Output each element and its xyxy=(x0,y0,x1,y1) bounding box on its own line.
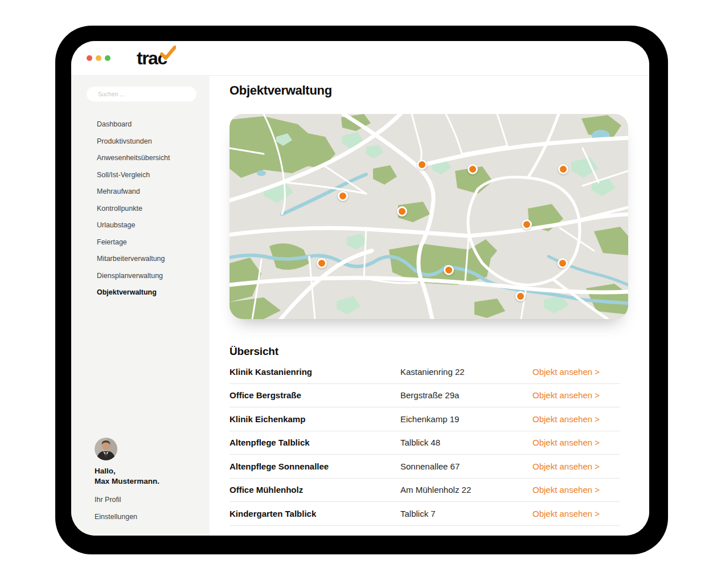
minimize-window-icon[interactable] xyxy=(96,55,101,61)
object-address: Am Mühlenholz 22 xyxy=(400,485,532,495)
object-address: Kastanienring 22 xyxy=(400,367,532,377)
sidebar: DashboardProduktivstundenAnwesenheitsübe… xyxy=(71,76,210,536)
view-object-link[interactable]: Objekt ansehen > xyxy=(532,485,620,495)
main-content: Objektverwaltung xyxy=(210,76,649,536)
sidebar-nav-item[interactable]: Feiertage xyxy=(71,238,210,247)
map-marker[interactable] xyxy=(558,258,568,268)
table-row: Office Mühlenholz Am Mühlenholz 22 Objek… xyxy=(230,479,620,503)
table-row: Klinik Eichenkamp Eichenkamp 19 Objekt a… xyxy=(230,407,620,431)
object-address: Bergstraße 29a xyxy=(400,390,532,400)
object-name: Altenpflege Talblick xyxy=(230,438,400,447)
sidebar-nav: DashboardProduktivstundenAnwesenheitsübe… xyxy=(71,120,210,297)
map-marker[interactable] xyxy=(338,191,348,201)
map-marker[interactable] xyxy=(417,160,427,170)
view-object-link[interactable]: Objekt ansehen > xyxy=(532,414,620,424)
object-name: Altenpflege Sonnenallee xyxy=(230,462,400,471)
object-map xyxy=(230,114,628,319)
table-row: Kindergarten Talblick Talblick 7 Objekt … xyxy=(230,502,620,526)
map-marker[interactable] xyxy=(317,258,327,268)
object-address: Sonnenallee 67 xyxy=(400,462,532,471)
object-address: Talblick 7 xyxy=(400,509,532,518)
view-object-link[interactable]: Objekt ansehen > xyxy=(532,390,620,400)
app-window: trac DashboardProduktivstundenAnwesenhei… xyxy=(71,41,649,536)
object-name: Klinik Eichenkamp xyxy=(230,414,400,424)
map-marker[interactable] xyxy=(522,219,532,230)
object-table: Klinik Kastanienring Kastanienring 22 Ob… xyxy=(230,360,620,526)
traffic-lights xyxy=(87,55,110,61)
map-marker[interactable] xyxy=(515,291,526,301)
profile-link[interactable]: Ihr Profil xyxy=(95,496,159,504)
user-avatar xyxy=(95,438,117,460)
object-address: Talblick 48 xyxy=(400,438,532,447)
table-row: Altenpflege Talblick Talblick 48 Objekt … xyxy=(230,431,620,455)
map-marker[interactable] xyxy=(444,265,454,275)
profile-link[interactable]: Einstellungen xyxy=(95,513,159,521)
sidebar-nav-item[interactable]: Produktivstunden xyxy=(71,137,210,146)
greeting: Hallo, Max Mustermann. xyxy=(95,466,159,487)
object-name: Office Bergstraße xyxy=(230,390,400,400)
object-name: Klinik Kastanienring xyxy=(230,367,400,377)
greeting-line1: Hallo, xyxy=(95,466,159,476)
page-background: trac DashboardProduktivstundenAnwesenhei… xyxy=(0,0,713,588)
object-address: Eichenkamp 19 xyxy=(400,414,532,424)
sidebar-nav-item[interactable]: Mehraufwand xyxy=(71,187,210,196)
map-marker[interactable] xyxy=(397,206,407,217)
window-titlebar: trac xyxy=(71,41,649,76)
table-row: Office Bergstraße Bergstraße 29a Objekt … xyxy=(230,384,620,408)
table-row: Altenpflege Sonnenallee Sonnenallee 67 O… xyxy=(230,455,620,479)
profile-section: Hallo, Max Mustermann. Ihr ProfilEinstel… xyxy=(95,438,159,521)
window-body: DashboardProduktivstundenAnwesenheitsübe… xyxy=(71,76,649,536)
sidebar-nav-item[interactable]: Anwesenheitsübersicht xyxy=(71,154,210,162)
map-marker[interactable] xyxy=(468,164,478,174)
overview-title: Übersicht xyxy=(230,345,649,358)
map-marker[interactable] xyxy=(558,164,568,174)
greeting-line2: Max Mustermann. xyxy=(95,476,159,487)
search-input[interactable] xyxy=(87,87,196,101)
view-object-link[interactable]: Objekt ansehen > xyxy=(532,509,620,518)
profile-links: Ihr ProfilEinstellungen xyxy=(95,496,159,521)
maximize-window-icon[interactable] xyxy=(105,55,110,61)
page-title: Objektverwaltung xyxy=(230,83,649,98)
app-logo: trac xyxy=(137,49,167,67)
view-object-link[interactable]: Objekt ansehen > xyxy=(532,367,620,377)
sidebar-nav-item[interactable]: Objektverwaltung xyxy=(71,288,210,297)
sidebar-nav-item[interactable]: Dashboard xyxy=(71,120,210,129)
city-map-graphic xyxy=(230,114,628,319)
logo-checkmark-icon xyxy=(160,46,176,60)
view-object-link[interactable]: Objekt ansehen > xyxy=(532,462,620,471)
sidebar-nav-item[interactable]: Kontrollpunkte xyxy=(71,205,210,213)
close-window-icon[interactable] xyxy=(87,55,92,61)
object-name: Office Mühlenholz xyxy=(230,485,400,495)
sidebar-nav-item[interactable]: Diensplanverwaltung xyxy=(71,272,210,280)
sidebar-nav-item[interactable]: Mitarbeiterverwaltung xyxy=(71,255,210,263)
sidebar-nav-item[interactable]: Soll/Ist-Vergleich xyxy=(71,171,210,179)
object-name: Kindergarten Talblick xyxy=(230,509,400,518)
view-object-link[interactable]: Objekt ansehen > xyxy=(532,438,620,447)
table-row: Klinik Kastanienring Kastanienring 22 Ob… xyxy=(230,360,620,384)
sidebar-nav-item[interactable]: Urlaubstage xyxy=(71,221,210,230)
